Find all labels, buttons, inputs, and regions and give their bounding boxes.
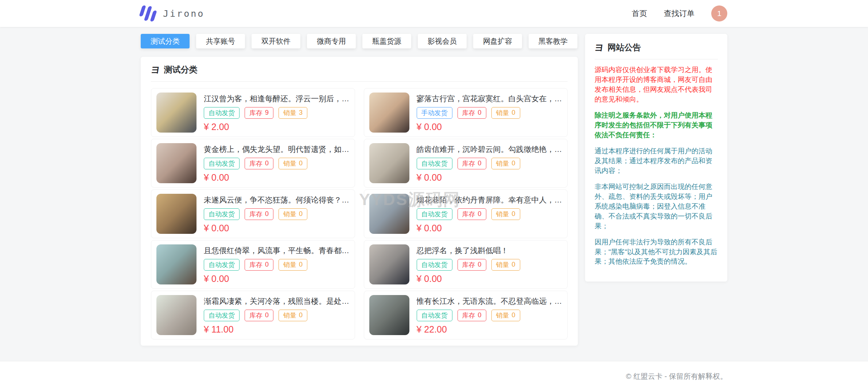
- delivery-badge: 手动发货: [417, 107, 452, 119]
- product-card[interactable]: 未遂风云便，争不恣狂荡。何须论得丧？才子词人，自... 自动发货 库存0 销量0…: [151, 189, 355, 238]
- sales-value: 0: [299, 311, 303, 319]
- category-tab[interactable]: 测试分类: [141, 34, 190, 48]
- product-card[interactable]: 且恁偎红倚翠，风流事，平生畅。青春都一饷。 自动发货 库存0 销量0 ¥ 0.0…: [151, 240, 355, 289]
- product-badges: 自动发货 库存0 销量0: [417, 208, 563, 220]
- sales-badge: 销量0: [491, 310, 520, 321]
- product-thumbnail[interactable]: [156, 295, 196, 335]
- brand-logo[interactable]: Jirono: [141, 4, 205, 23]
- announcement-panel: ヨ 网站公告 源码内容仅供创业者下载学习之用。使用本程序开设的博客商城，网友可自…: [585, 34, 727, 282]
- stock-value: 0: [478, 261, 482, 268]
- user-avatar[interactable]: 1: [711, 5, 727, 21]
- product-thumbnail[interactable]: [156, 194, 196, 234]
- delivery-badge: 自动发货: [204, 310, 240, 321]
- product-thumbnail[interactable]: [156, 93, 196, 133]
- stock-badge: 库存0: [245, 158, 273, 169]
- product-card[interactable]: 皓齿信难开，沉吟碧云间。勾践徵绝艳，扬蛾入吴关。 自动发货 库存0 销量0 ¥ …: [364, 139, 568, 188]
- brand-name: Jirono: [163, 8, 205, 19]
- product-title: 未遂风云便，争不恣狂荡。何须论得丧？才子词人，自...: [204, 195, 350, 205]
- sales-value: 0: [512, 210, 515, 218]
- nav-link[interactable]: 查找订单: [664, 8, 694, 19]
- product-card[interactable]: 黄金榜上，偶失龙头望。明代暂遗贤，如何向？ 自动发货 库存0 销量0 ¥ 0.0…: [151, 139, 355, 188]
- stock-value: 0: [265, 160, 269, 167]
- sales-label: 销量: [496, 210, 509, 219]
- product-thumbnail[interactable]: [369, 93, 409, 133]
- stock-label: 库存: [462, 159, 475, 168]
- product-thumbnail[interactable]: [156, 143, 196, 183]
- navbar: Jirono 首页 查找订单 1: [0, 0, 868, 27]
- delivery-badge: 自动发货: [204, 259, 240, 271]
- product-title: 惟有长江水，无语东流。不忍登高临远，望故乡渺邈...: [417, 296, 563, 306]
- announcement-paragraph: 非本网站可控制之原因而出现的任何意外、疏忽、资料的丢失或毁坏等；用户系统感染电脑…: [595, 182, 718, 231]
- nav-links: 首页 查找订单 1: [632, 5, 727, 21]
- stock-value: 0: [265, 311, 269, 319]
- product-title: 且恁偎红倚翠，风流事，平生畅。青春都一饷。: [204, 245, 350, 256]
- product-badges: 自动发货 库存0 销量0: [417, 310, 563, 321]
- category-tab[interactable]: 黑客教学: [529, 34, 577, 48]
- product-panel: ヨ 测试分类 江汉曾为客，相逢每醉还。浮云一别后，流水十年间 自动发货 库存9 …: [141, 57, 578, 346]
- navbar-inner: Jirono 首页 查找订单 1: [141, 0, 727, 27]
- announcement-paragraph: 因用户任何非法行为导致的所有不良后果；"黑客"以及其他不可抗力因素及其后果；其他…: [595, 237, 718, 267]
- category-tab[interactable]: 共享账号: [196, 34, 245, 48]
- sales-badge: 销量0: [491, 259, 520, 271]
- category-icon: ヨ: [150, 65, 161, 74]
- stock-value: 0: [478, 109, 482, 117]
- product-info: 渐霜风凄紧，关河冷落，残照当楼。是处红衰翠减，苒... 自动发货 库存0 销量0…: [204, 295, 350, 335]
- sales-value: 3: [299, 109, 303, 117]
- delivery-badge: 自动发货: [204, 158, 240, 169]
- product-card[interactable]: 渐霜风凄紧，关河冷落，残照当楼。是处红衰翠减，苒... 自动发货 库存0 销量0…: [151, 291, 355, 339]
- category-tab[interactable]: 网盘扩容: [473, 34, 522, 48]
- stock-label: 库存: [249, 159, 262, 168]
- stock-badge: 库存0: [458, 158, 486, 169]
- sales-value: 0: [299, 261, 303, 268]
- product-price: ¥ 0.00: [417, 172, 563, 183]
- stock-badge: 库存0: [458, 259, 486, 271]
- sales-label: 销量: [283, 260, 296, 269]
- product-card[interactable]: 江汉曾为客，相逢每醉还。浮云一别后，流水十年间 自动发货 库存9 销量3 ¥ 2…: [151, 88, 355, 137]
- stock-badge: 库存0: [458, 208, 486, 220]
- product-price: ¥ 11.00: [204, 324, 350, 335]
- sales-label: 销量: [283, 311, 296, 320]
- product-thumbnail[interactable]: [369, 194, 409, 234]
- product-info: 寥落古行宫，宫花寂寞红。白头宫女在，闲坐说玄宗。 手动发货 库存0 销量0 ¥ …: [417, 93, 563, 133]
- sales-label: 销量: [283, 210, 296, 219]
- product-thumbnail[interactable]: [156, 244, 196, 284]
- product-thumbnail[interactable]: [369, 143, 409, 183]
- product-card[interactable]: 惟有长江水，无语东流。不忍登高临远，望故乡渺邈... 自动发货 库存0 销量0 …: [364, 291, 568, 339]
- announcement-title: 网站公告: [608, 42, 641, 53]
- sales-badge: 销量0: [279, 158, 307, 169]
- footer-copyright: © 红盟云卡 - 保留所有解释权。: [141, 361, 727, 389]
- product-card[interactable]: 烟花巷陌，依约丹青屏障。幸有意中人，堪寻访。 自动发货 库存0 销量0 ¥ 0.…: [364, 189, 568, 238]
- category-tab[interactable]: 微商专用: [307, 34, 356, 48]
- nav-link[interactable]: 首页: [632, 8, 647, 19]
- stock-value: 0: [478, 210, 482, 218]
- product-badges: 自动发货 库存9 销量3: [204, 107, 350, 119]
- sales-badge: 销量0: [491, 158, 520, 169]
- product-thumbnail[interactable]: [369, 295, 409, 335]
- sales-label: 销量: [283, 109, 296, 117]
- category-tab[interactable]: 瓶盖货源: [362, 34, 411, 48]
- announcement-paragraph: 源码内容仅供创业者下载学习之用。使用本程序开设的博客商城，网友可自由发布相关信息…: [595, 65, 718, 105]
- sales-value: 0: [512, 109, 515, 117]
- announcement-body: 源码内容仅供创业者下载学习之用。使用本程序开设的博客商城，网友可自由发布相关信息…: [595, 65, 718, 267]
- stock-value: 0: [478, 311, 482, 319]
- sales-label: 销量: [496, 311, 509, 320]
- product-badges: 自动发货 库存0 销量0: [204, 208, 350, 220]
- product-info: 江汉曾为客，相逢每醉还。浮云一别后，流水十年间 自动发货 库存9 销量3 ¥ 2…: [204, 93, 350, 133]
- sales-value: 0: [512, 311, 515, 319]
- stock-label: 库存: [462, 260, 475, 269]
- product-info: 忍把浮名，换了浅斟低唱！ 自动发货 库存0 销量0 ¥ 0.00: [417, 244, 563, 284]
- category-tab[interactable]: 影视会员: [418, 34, 467, 48]
- category-tab[interactable]: 双开软件: [252, 34, 300, 48]
- product-thumbnail[interactable]: [369, 244, 409, 284]
- announcement-paragraph: 通过本程序进行的任何属于用户的活动及其结果；通过本程序发布的产品和资讯内容；: [595, 146, 718, 176]
- stock-badge: 库存0: [245, 259, 273, 271]
- brand-logo-icon: [141, 4, 157, 23]
- product-title: 皓齿信难开，沉吟碧云间。勾践徵绝艳，扬蛾入吴关。: [417, 144, 563, 154]
- product-card[interactable]: 忍把浮名，换了浅斟低唱！ 自动发货 库存0 销量0 ¥ 0.00: [364, 240, 568, 289]
- category-tabs: 测试分类 共享账号 双开软件 微商专用 瓶盖货源 影视会员 网盘扩容 黑客教学: [141, 34, 578, 48]
- sales-label: 销量: [496, 260, 509, 269]
- product-card[interactable]: 寥落古行宫，宫花寂寞红。白头宫女在，闲坐说玄宗。 手动发货 库存0 销量0 ¥ …: [364, 88, 568, 137]
- product-title: 渐霜风凄紧，关河冷落，残照当楼。是处红衰翠减，苒...: [204, 296, 350, 306]
- stock-label: 库存: [462, 311, 475, 320]
- sales-badge: 销量0: [279, 208, 307, 220]
